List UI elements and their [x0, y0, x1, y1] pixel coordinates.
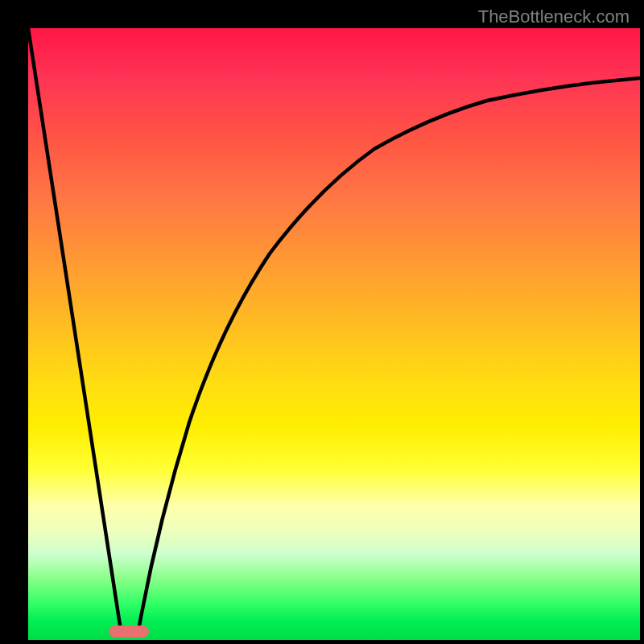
watermark-text: TheBottleneck.com [478, 6, 630, 27]
chart-area [28, 28, 640, 640]
curve-path [28, 28, 640, 630]
bottleneck-marker [109, 625, 149, 638]
chart-svg [28, 28, 640, 640]
